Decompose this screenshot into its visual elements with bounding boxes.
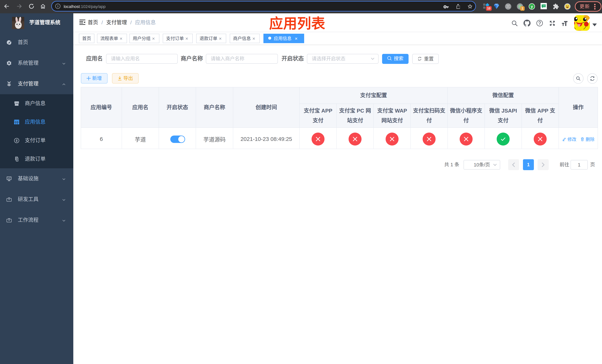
svg-text:y: y <box>531 4 533 9</box>
svg-text:⌘: ⌘ <box>506 4 510 9</box>
